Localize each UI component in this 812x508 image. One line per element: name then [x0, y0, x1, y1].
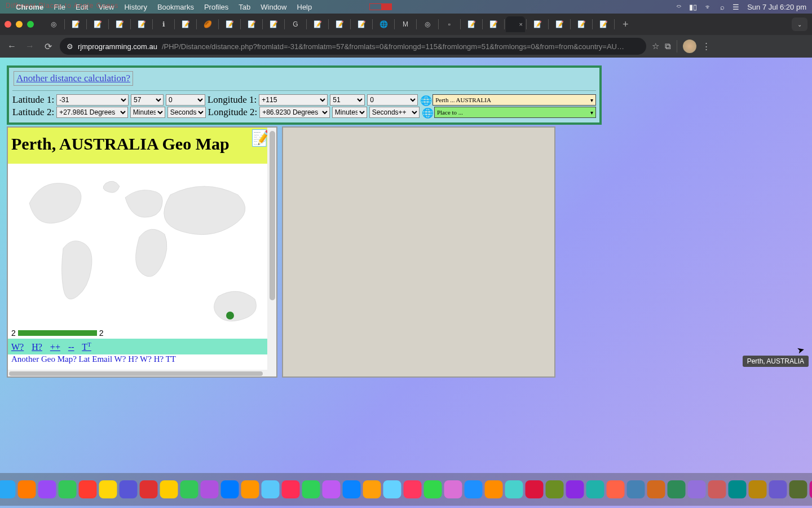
lon1-seconds-select[interactable]: 0	[367, 94, 418, 106]
tab-close-icon[interactable]: ×	[519, 21, 523, 28]
dock-app-icon[interactable]	[526, 480, 544, 498]
profile-avatar-icon[interactable]	[683, 40, 696, 53]
dock-app-icon[interactable]	[546, 480, 564, 498]
link-plus[interactable]: ++	[50, 342, 60, 352]
dock-app-icon[interactable]	[79, 480, 97, 498]
dock-app-icon[interactable]	[323, 480, 341, 498]
browser-tab-active[interactable]: ×	[506, 16, 525, 32]
browser-tab[interactable]: 📝	[462, 16, 481, 32]
tab-overflow-button[interactable]: ⌄	[792, 17, 807, 31]
browser-tab[interactable]: M	[396, 16, 415, 32]
dock-app-icon[interactable]	[688, 480, 706, 498]
dock-app-icon[interactable]	[708, 480, 726, 498]
window-minimize-icon[interactable]	[16, 21, 23, 28]
dock-app-icon[interactable]	[749, 480, 767, 498]
globe-icon[interactable]: 🌐	[422, 107, 432, 117]
dock-app-icon[interactable]	[59, 480, 77, 498]
dock-app-icon[interactable]	[201, 480, 219, 498]
bookmark-star-icon[interactable]: ☆	[652, 41, 659, 51]
browser-tab[interactable]: 📝	[88, 16, 107, 32]
control-center-icon[interactable]: ☰	[732, 3, 739, 11]
browser-tab[interactable]: 📝	[110, 16, 129, 32]
browser-tab[interactable]: 📝	[572, 16, 591, 32]
scroll-thumb[interactable]	[270, 131, 275, 300]
wifi-icon[interactable]: ᯤ	[705, 3, 712, 11]
dock-app-icon[interactable]	[424, 480, 442, 498]
window-zoom-icon[interactable]	[27, 21, 34, 28]
browser-tab[interactable]: 📝	[528, 16, 547, 32]
dock-app-icon[interactable]	[343, 480, 361, 498]
lon2-seconds-select[interactable]: Seconds++	[369, 107, 420, 118]
iframe-vertical-scrollbar[interactable]	[267, 128, 276, 376]
link-h[interactable]: H?	[32, 342, 42, 352]
dock-app-icon[interactable]	[302, 480, 320, 498]
dock-app-icon[interactable]	[647, 480, 665, 498]
link-t[interactable]: TT	[82, 342, 91, 352]
dock-app-icon[interactable]	[485, 480, 503, 498]
lon1-degrees-select[interactable]: +115	[259, 94, 328, 106]
site-settings-icon[interactable]: ⚙	[67, 42, 73, 51]
browser-tab[interactable]: 📝	[352, 16, 371, 32]
chrome-menu-icon[interactable]: ⋮	[702, 41, 710, 51]
dock-app-icon[interactable]	[0, 480, 16, 498]
browser-tab[interactable]: 🏉	[198, 16, 217, 32]
browser-tab[interactable]: 📝	[264, 16, 283, 32]
lat1-minutes-select[interactable]: 57	[131, 94, 164, 106]
dock-app-icon[interactable]	[38, 480, 56, 498]
dock-app-icon[interactable]	[282, 480, 300, 498]
browser-tab[interactable]: ◎	[44, 16, 63, 32]
dock-app-icon[interactable]	[465, 480, 483, 498]
lat2-degrees-select[interactable]: +27.9861 Degrees	[56, 107, 128, 118]
dock-app-icon[interactable]	[160, 480, 178, 498]
dock-app-icon[interactable]	[627, 480, 645, 498]
menu-history[interactable]: History	[124, 3, 147, 11]
place-to-select[interactable]: Place to ... ▾	[434, 107, 596, 118]
dock-app-icon[interactable]	[769, 480, 787, 498]
dock-app-icon[interactable]	[729, 480, 747, 498]
dock-app-icon[interactable]	[505, 480, 523, 498]
browser-tab[interactable]: ◎	[418, 16, 437, 32]
link-w[interactable]: W?	[11, 342, 24, 352]
dock-app-icon[interactable]	[810, 480, 813, 498]
lat1-degrees-select[interactable]: -31	[56, 94, 129, 106]
menu-tab[interactable]: Tab	[239, 3, 250, 11]
dock-app-icon[interactable]	[444, 480, 462, 498]
browser-tab[interactable]: 📝	[66, 16, 85, 32]
browser-tab[interactable]: 📝	[484, 16, 503, 32]
dock-app-icon[interactable]	[404, 480, 422, 498]
menu-profiles[interactable]: Profiles	[204, 3, 228, 11]
link-minus[interactable]: --	[68, 342, 74, 352]
dock-app-icon[interactable]	[586, 480, 604, 498]
back-button[interactable]: ←	[6, 41, 18, 51]
lon2-minutes-select[interactable]: Minutes	[332, 107, 367, 118]
forward-button[interactable]: →	[24, 41, 36, 51]
clock[interactable]: Sun 7 Jul 6:20 pm	[747, 3, 806, 11]
browser-tab[interactable]: 📝	[242, 16, 261, 32]
dock-app-icon[interactable]	[262, 480, 280, 498]
dock-app-icon[interactable]	[363, 480, 381, 498]
browser-tab[interactable]: 📝	[220, 16, 239, 32]
lat1-seconds-select[interactable]: 0	[166, 94, 205, 106]
browser-tab[interactable]: 📝	[330, 16, 349, 32]
battery-icon[interactable]: ▮▯	[689, 3, 697, 11]
lat2-seconds-select[interactable]: Seconds	[167, 107, 206, 118]
new-tab-button[interactable]: +	[618, 19, 633, 30]
scroll-thumb[interactable]	[9, 371, 263, 376]
globe-icon[interactable]: 🌐	[420, 95, 430, 105]
dock-app-icon[interactable]	[120, 480, 138, 498]
dock-app-icon[interactable]	[383, 480, 401, 498]
browser-tab[interactable]: 📝	[176, 16, 195, 32]
lat2-minutes-select[interactable]: Minutes	[130, 107, 165, 118]
dock-app-icon[interactable]	[140, 480, 158, 498]
browser-tab[interactable]: ▫	[440, 16, 459, 32]
browser-tab[interactable]: G	[286, 16, 305, 32]
dock-app-icon[interactable]	[566, 480, 584, 498]
world-map[interactable]	[8, 164, 276, 327]
window-close-icon[interactable]	[5, 21, 11, 28]
browser-tab[interactable]: 📝	[308, 16, 327, 32]
dock-app-icon[interactable]	[607, 480, 625, 498]
browser-tab[interactable]: 📝	[132, 16, 151, 32]
dock-app-icon[interactable]	[221, 480, 239, 498]
menu-help[interactable]: Help	[297, 3, 312, 11]
address-bar[interactable]: ⚙ rjmprogramming.com.au /PHP/Distance/di…	[60, 38, 646, 55]
